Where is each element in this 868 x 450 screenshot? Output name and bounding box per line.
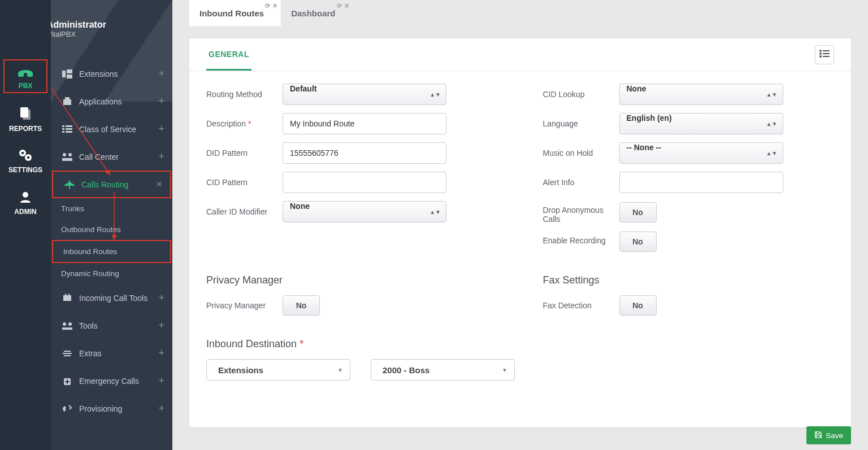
label-moh: Music on Hold [543, 148, 619, 158]
svg-rect-17 [66, 125, 72, 127]
label-enable-rec: Enable Recording [543, 231, 619, 245]
form-panel: GENERAL Routing Method Default▲▼ Descrip… [189, 38, 851, 427]
rail-pbx[interactable]: PBX [0, 56, 51, 98]
toggle-privacy-manager[interactable]: No [283, 295, 320, 316]
select-callerid-modifier[interactable]: None [283, 201, 446, 222]
tab-dashboard[interactable]: Dashboard ⟳✕ [281, 0, 352, 26]
close-icon[interactable]: ✕ [272, 2, 277, 10]
svg-rect-21 [66, 131, 72, 133]
rail-settings-label: SETTINGS [8, 166, 42, 174]
list-icon [819, 50, 830, 60]
menu-extras-label: Extras [79, 349, 102, 358]
tab-inbound-label: Inbound Routes [199, 8, 264, 18]
svg-point-6 [23, 192, 28, 198]
expand-icon: + [158, 151, 164, 163]
submenu-outbound[interactable]: Outbound Routes [51, 219, 172, 240]
label-fax-detection: Fax Detection [543, 301, 619, 310]
label-description: Description * [206, 119, 283, 128]
section-inbound-dest: Inbound Destination * [206, 338, 834, 350]
expand-icon: + [158, 347, 164, 359]
menu-emergency[interactable]: Emergency Calls + [51, 367, 172, 395]
menu-callsrouting[interactable]: Calls Routing × [52, 171, 171, 198]
select-dest-target[interactable]: 2000 - Boss ▼ [371, 359, 515, 381]
select-moh[interactable]: -- None -- [619, 142, 783, 164]
svg-rect-11 [62, 71, 66, 77]
svg-rect-19 [66, 128, 72, 130]
menu-tools-label: Tools [79, 321, 98, 330]
svg-rect-13 [67, 75, 72, 78]
list-button[interactable] [815, 45, 834, 64]
submenu-trunks[interactable]: Trunks [51, 198, 172, 219]
svg-rect-14 [63, 99, 71, 105]
rail-admin-label: ADMIN [14, 208, 36, 216]
svg-point-34 [819, 50, 822, 52]
rail-reports[interactable]: REPORTS [0, 98, 51, 140]
svg-rect-15 [65, 97, 70, 99]
dest-module-value: Extensions [218, 365, 263, 375]
menu-extras[interactable]: Extras + [51, 339, 172, 367]
svg-rect-28 [62, 327, 72, 330]
menu-callcenter[interactable]: Call Center + [51, 143, 172, 171]
emergency-icon [61, 377, 73, 386]
svg-rect-12 [67, 69, 72, 73]
svg-point-5 [27, 156, 30, 159]
select-dest-module[interactable]: Extensions ▼ [206, 359, 350, 381]
select-cid-lookup[interactable]: None [619, 84, 783, 105]
svg-rect-39 [823, 56, 830, 57]
rail-reports-label: REPORTS [9, 125, 42, 133]
svg-rect-25 [63, 295, 71, 301]
input-description[interactable] [283, 113, 446, 134]
menu-applications[interactable]: Applications + [51, 88, 172, 115]
rail-pbx-label: PBX [19, 82, 33, 90]
menu-extensions[interactable]: Extensions + [51, 60, 172, 88]
label-callerid-modifier: Caller ID Modifier [206, 207, 283, 216]
toggle-drop-anon[interactable]: No [619, 202, 657, 222]
svg-point-38 [819, 55, 822, 58]
save-button[interactable]: Save [806, 426, 851, 444]
extensions-icon [61, 69, 73, 78]
menu-callcenter-label: Call Center [79, 152, 119, 161]
menu-applications-label: Applications [79, 97, 122, 106]
rail-settings[interactable]: SETTINGS [0, 140, 51, 182]
menu-tools[interactable]: Tools + [51, 312, 172, 339]
applications-icon [61, 97, 73, 106]
expand-icon: + [158, 68, 164, 80]
panel-tab-general[interactable]: GENERAL [206, 38, 251, 71]
menu-cos[interactable]: Class of Service + [51, 115, 172, 143]
svg-point-3 [21, 151, 24, 154]
svg-rect-1 [23, 110, 31, 120]
label-language: Language [543, 119, 619, 128]
chevron-down-icon: ▼ [337, 367, 343, 373]
svg-rect-37 [823, 53, 830, 54]
menu-incoming-tools[interactable]: Incoming Call Tools + [51, 284, 172, 312]
input-did-pattern[interactable] [283, 142, 446, 164]
toggle-fax-detection[interactable]: No [619, 295, 657, 316]
sidebar-menu: Extensions + Applications + Class of Ser… [51, 60, 172, 422]
label-did-pattern: DID Pattern [206, 148, 283, 158]
tools-icon [61, 321, 73, 330]
submenu-inbound[interactable]: Inbound Routes [52, 240, 171, 263]
label-privacy-manager: Privacy Manager [206, 301, 283, 310]
settings-icon [18, 148, 33, 164]
refresh-icon[interactable]: ⟳ [337, 2, 342, 10]
refresh-icon[interactable]: ⟳ [265, 2, 270, 10]
sidebar: Administrator VitalPBX Extensions + Appl… [51, 0, 172, 450]
menu-provisioning[interactable]: Provisioning + [51, 395, 172, 422]
select-routing-method[interactable]: Default [283, 84, 446, 105]
label-cid-lookup: CID Lookup [543, 90, 619, 99]
label-cid-pattern: CID Pattern [206, 178, 283, 187]
rail-admin[interactable]: ADMIN [0, 182, 51, 224]
input-cid-pattern[interactable] [283, 172, 446, 193]
submenu-dynamic[interactable]: Dynamic Routing [51, 263, 172, 284]
svg-point-22 [63, 153, 66, 156]
user-name: Administrator [51, 20, 106, 30]
extras-icon [61, 349, 73, 358]
input-alert-info[interactable] [619, 172, 783, 193]
toggle-enable-rec[interactable]: No [619, 231, 657, 252]
dest-target-value: 2000 - Boss [383, 365, 429, 375]
tab-inbound-routes[interactable]: Inbound Routes ⟳✕ [189, 0, 281, 26]
close-icon[interactable]: ✕ [344, 2, 349, 10]
svg-point-26 [63, 322, 66, 326]
label-drop-anon: Drop Anonymous Calls [543, 201, 619, 224]
select-language[interactable]: English (en) [619, 113, 783, 134]
